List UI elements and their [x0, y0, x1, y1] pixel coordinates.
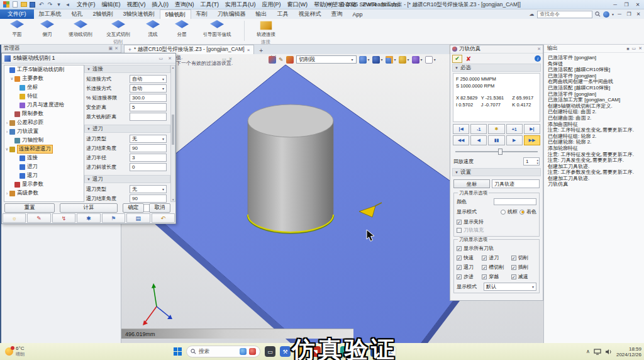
toolpath-fill-checkbox[interactable]: ✓ [457, 228, 462, 233]
dialog-close-icon[interactable]: ✕ [168, 56, 172, 61]
step-forward-button[interactable]: +1 [506, 124, 523, 134]
cut-checkbox[interactable]: ✓ [511, 256, 516, 261]
qat-collapse-icon[interactable]: ◂ [64, 1, 71, 8]
tab-tools[interactable]: 工具 [272, 9, 294, 19]
rollback-icon[interactable]: ↶ [152, 213, 175, 223]
tray-speaker-icon[interactable] [605, 349, 613, 355]
tray-clock[interactable]: 18:592024/12/26 [616, 346, 641, 357]
menu-edit[interactable]: 编辑(E) [99, 1, 124, 9]
ribbon-button-drive-curve-cut[interactable]: 驱动线切削 [63, 20, 98, 39]
tool-setup-icon[interactable]: ⚑ [102, 213, 125, 223]
goto-end-button[interactable]: ▶| [524, 124, 540, 134]
tab-visual-style[interactable]: 视觉样式 [294, 9, 326, 19]
goto-start-button[interactable]: |◀ [453, 124, 469, 134]
tab-turning[interactable]: 车削 [191, 9, 213, 19]
help-robot-icon[interactable] [603, 11, 610, 18]
visual-tools-caret-icon[interactable]: ▾ [421, 57, 423, 62]
frame-button[interactable]: 坐标 [453, 179, 490, 188]
stepover-checkbox[interactable]: ✓ [457, 274, 462, 279]
pick-filter-dropdown[interactable]: 切削段▾ [296, 55, 357, 64]
leadin-ramp-length-input[interactable]: 0 [130, 163, 167, 171]
play-button[interactable]: ▶ [506, 135, 523, 145]
plunge-checkbox[interactable]: ✓ [511, 265, 516, 270]
command-search-input[interactable] [537, 11, 592, 18]
save-toolpath-icon[interactable]: ▤ [126, 213, 150, 223]
dialog-collapse-icon[interactable]: ▭ [159, 56, 164, 61]
user-dropdown-icon[interactable]: ▾ [612, 12, 614, 16]
grid-toggle-icon[interactable] [425, 56, 433, 64]
start-button[interactable] [174, 347, 182, 356]
wireframe-radio[interactable] [501, 210, 506, 215]
step-back-button[interactable]: -1 [470, 124, 487, 134]
view-orient-caret-icon[interactable]: ▾ [394, 57, 396, 62]
traverse-checkbox[interactable]: ✓ [482, 274, 487, 279]
doctab-close-icon[interactable]: × [247, 47, 250, 53]
tree-item-features[interactable]: 特征 [4, 92, 84, 101]
shade-mode-icon[interactable] [359, 56, 367, 64]
pause-button[interactable]: ▮▮ [488, 135, 504, 145]
new-file-icon[interactable] [11, 1, 18, 8]
tab-3axis-quick-milling[interactable]: 3轴快速铣削 [118, 9, 160, 19]
display-mode-caret-icon[interactable]: ▾ [381, 57, 383, 62]
ribbon-button-guide-isoline[interactable]: 引导面等值线 [196, 20, 238, 39]
ribbon-button-layered[interactable]: 分层 [167, 20, 196, 39]
tree-item-tolerance-step[interactable]: ›公差和步距 [4, 118, 84, 127]
shaded-radio[interactable] [519, 210, 525, 215]
tree-item-frame[interactable]: 坐标 [4, 83, 84, 92]
output-collapse-icon[interactable]: ▭ [632, 46, 636, 51]
rewind-button[interactable]: ◀◀ [453, 135, 469, 145]
restore-button[interactable]: ❐ [621, 1, 631, 8]
slowdown-checkbox[interactable]: ✓ [511, 274, 516, 279]
menu-window[interactable]: 窗口(W) [284, 1, 311, 9]
tab-inquire[interactable]: 查询 [326, 9, 348, 19]
new-document-tab-button[interactable]: + [254, 47, 268, 54]
visual-tools-icon[interactable] [412, 56, 419, 64]
output-close-icon[interactable]: ✕ [638, 46, 642, 51]
tab-toolpath-editor[interactable]: 刀轨编辑器 [213, 9, 251, 19]
tree-item-advanced-params[interactable]: ›高级参数 [4, 189, 84, 198]
fast-forward-button[interactable]: ▶▶ [524, 135, 540, 145]
leadout-type-select[interactable]: 无▾ [130, 185, 167, 193]
short-link-type-select[interactable]: 自动▾ [130, 75, 167, 83]
menu-file[interactable]: 文件(F) [74, 1, 99, 9]
slot-cut-checkbox[interactable]: ✓ [482, 265, 487, 270]
leadin-radius-input[interactable]: 3 [130, 154, 167, 162]
section-link[interactable]: ▼连接 [84, 65, 170, 73]
tree-item-link[interactable]: 连接 [4, 154, 84, 162]
taskbar-app-tools-icon[interactable]: ⚒ [280, 346, 291, 357]
sim-close-icon[interactable]: ✕ [537, 47, 541, 52]
open-file-icon[interactable] [20, 1, 27, 8]
menu-view[interactable]: 视图(V) [124, 1, 149, 9]
sim-cancel-icon[interactable]: ✘ [464, 55, 474, 63]
tree-item-limit-params[interactable]: 限制参数 [4, 110, 84, 118]
regenerate-icon[interactable]: ✱ [77, 213, 100, 223]
params-scrollbar[interactable]: ▴▾ [170, 65, 175, 202]
operation-dialog-header[interactable]: 5轴驱动线切削 1 ▭ ✕ [2, 53, 175, 64]
taskbar-search[interactable]: 搜索 [186, 346, 260, 357]
tree-item-links-leads[interactable]: ∨连接和进退刀 [4, 145, 84, 154]
minimize-button[interactable]: ─ [610, 1, 620, 8]
manager-pin-icon[interactable]: ▣ [109, 46, 113, 51]
menu-utilities[interactable]: 实用工具(U) [222, 1, 259, 9]
pick-pencil-icon[interactable]: ✎ [279, 57, 284, 63]
prompt-collapse-icon[interactable]: ▭ [222, 57, 229, 61]
leadin-type-select[interactable]: 无▾ [130, 135, 167, 143]
play-backward-button[interactable]: ◀ [470, 135, 487, 145]
tree-item-toolpath-settings[interactable]: ›刀轨设置 [4, 127, 84, 136]
ribbon-button-interactive-cut[interactable]: 交互式切削 [101, 20, 136, 39]
tab-machining-system[interactable]: 加工系统 [34, 9, 67, 19]
doc-minimize-button[interactable]: ─ [616, 11, 623, 18]
ok-button[interactable]: 确定 [123, 203, 144, 213]
leadin-end-angle-input[interactable]: 90 [130, 144, 167, 152]
tool-color-field[interactable] [494, 198, 536, 205]
tree-item-primary-params[interactable]: ∨主要参数 [4, 74, 84, 83]
tree-item-lead-out[interactable]: 退刀 [4, 171, 84, 180]
doc-close-button[interactable]: ✕ [635, 11, 642, 18]
leadout-checkbox[interactable]: ✓ [457, 265, 462, 270]
grid-toggle-caret-icon[interactable]: ▾ [434, 57, 436, 62]
taskbar-app-device-icon[interactable]: ▭ [265, 346, 275, 357]
calculate-button[interactable]: 计算 [60, 203, 118, 213]
undo-icon[interactable]: ↶ [38, 1, 45, 8]
leadin-checkbox[interactable]: ✓ [482, 256, 487, 261]
toolpath-field[interactable]: 刀具轨迹 [492, 179, 540, 188]
